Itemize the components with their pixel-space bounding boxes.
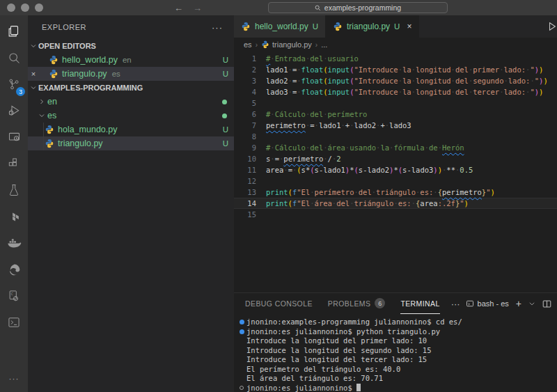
python-icon [49,69,58,79]
python-icon [261,40,269,49]
git-modified-badge: U [223,125,228,134]
code-line-14: 14print(f"El·área·del·triángulo·es:·{are… [234,198,557,209]
edge-icon [7,262,22,280]
file-triangulo.py[interactable]: triangulo.pyU [28,136,234,150]
code-line-1: 1#·Entrada·del·usuario [234,53,557,64]
explorer-actions-button[interactable]: ··· [212,22,223,33]
git-modified-badge: U [223,56,228,64]
activity-item-terminal-tool[interactable] [0,311,28,337]
activity-more-button[interactable]: ··· [0,368,28,389]
file-hola_mundo.py[interactable]: hola_mundo.pyU [28,123,234,136]
file-label: triangulo.py [62,69,107,79]
terminal-line: jnonino:examples-programming juliannonin… [237,317,557,327]
panel-more-button[interactable]: ··· [451,299,460,309]
chevron-down-icon [36,113,47,118]
history-back-icon[interactable]: ← [174,3,183,13]
open-editors-header[interactable]: OPEN EDITORS [28,39,234,53]
activity-item-extensions[interactable] [0,152,28,178]
line-number: 12 [234,175,256,187]
search-value: examples-programming [324,3,401,12]
line-number: 2 [234,64,256,75]
workspace-header[interactable]: EXAMPLES-PROGRAMMING [28,81,234,95]
run-python-file-button[interactable] [547,15,557,38]
minimize-window-button[interactable] [21,3,29,12]
activity-item-edge-tools[interactable] [0,258,28,284]
chevron-right-icon [36,99,47,104]
breadcrumb-item[interactable]: ... [321,40,327,49]
code-line-8: 8 [234,131,557,142]
command-center-search[interactable]: examples-programming [268,2,448,13]
activity-item-cmake[interactable]: C [0,284,28,311]
activity-item-docker[interactable] [0,231,28,258]
activity-item-explorer[interactable] [0,19,28,46]
python-icon [45,125,54,134]
open-editor-hello_world.py[interactable]: hello_world.pyenU [28,53,234,67]
code-editor[interactable]: 1#·Entrada·del·usuario2lado1·=·float(inp… [234,52,557,292]
sidebar-title: EXPLORER [42,23,86,31]
breadcrumb-item[interactable]: triangulo.py [261,40,312,49]
line-number: 9 [234,142,256,153]
titlebar: ← → examples-programming [0,0,557,15]
breadcrumb: es›triangulo.py›... [234,38,557,52]
breadcrumb-item[interactable]: es [244,40,252,49]
maximize-window-button[interactable] [35,3,43,12]
git-modified-badge: U [313,22,318,31]
activity-item-testing[interactable] [0,178,28,205]
terminal-dropdown-button[interactable] [528,300,535,307]
line-number: 1 [234,53,256,64]
line-number: 14 [234,198,256,208]
panel-tab-terminal[interactable]: TERMINAL [400,293,439,314]
git-modified-dot [222,100,227,104]
code-line-15: 15 [234,209,557,220]
line-number: 8 [234,131,256,142]
explorer-sidebar: EXPLORER ··· OPEN EDITORShello_world.pye… [28,15,234,392]
folder-en[interactable]: en [28,95,234,109]
activity-item-source-control[interactable]: 3 [0,72,28,99]
split-terminal-button[interactable] [542,299,551,308]
indent-guide [43,123,44,136]
terminal-output[interactable]: jnonino:examples-programming juliannonin… [234,314,557,392]
panel-tab-problems[interactable]: PROBLEMS6 [328,293,386,314]
activity-item-remote-explorer[interactable] [0,125,28,152]
tab-triangulo.py[interactable]: triangulo.pyU× [326,15,419,38]
command-success-dot [240,320,244,324]
close-icon[interactable]: × [407,22,411,31]
panel-tab-debug-console[interactable]: DEBUG CONSOLE [245,293,313,314]
tab-label: hello_world.py [255,22,308,31]
close-icon[interactable]: × [28,70,39,78]
code-line-11: 11area·=·(s*(s-lado1)*(s-lado2)*(s-lado3… [234,164,557,175]
activity-bar: 3C ··· [0,15,28,392]
chevron-right-icon: › [256,41,258,49]
terminal-line: Introduce la longitud del tercer lado: 1… [237,355,557,365]
code-line-7: 7perimetro·=·lado1·+·lado2·+·lado3 [234,120,557,131]
terminal-line: Introduce la longitud del segundo lado: … [237,346,557,356]
search-icon [315,5,321,11]
bottom-panel: DEBUG CONSOLEPROBLEMS6TERMINAL ··· bash … [234,292,557,392]
close-window-button[interactable] [7,3,15,12]
line-number: 10 [234,153,256,164]
folder-es[interactable]: es [28,109,234,123]
line-number: 6 [234,109,256,120]
line-number: 15 [234,209,256,220]
python-icon [45,139,54,148]
run-debug-icon [7,104,22,121]
activity-item-terraform[interactable] [0,205,28,231]
terminal-instance-selector[interactable]: bash - es [466,299,509,308]
terminal-line: jnonino:es juliannonino$ [237,384,557,392]
activity-item-search[interactable] [0,46,28,72]
tab-hello_world.py[interactable]: hello_world.pyU [234,15,326,38]
open-editors-section: OPEN EDITORShello_world.pyenU×triangulo.… [28,39,234,81]
history-forward-icon[interactable]: → [193,3,202,13]
file-label: triangulo.py [58,139,103,148]
panel-header: DEBUG CONSOLEPROBLEMS6TERMINAL ··· bash … [234,293,557,314]
chevron-down-icon [31,84,36,92]
activity-item-run-and-debug[interactable] [0,99,28,125]
split-panel-icon [542,299,551,308]
terminal-instance-icon [466,299,474,308]
new-terminal-button[interactable]: + [516,298,521,309]
window-controls[interactable] [7,3,43,12]
open-editor-triangulo.py[interactable]: ×triangulo.pyesU [28,67,234,81]
line-number: 4 [234,86,256,97]
git-modified-badge: U [394,22,400,31]
chevron-right-icon: › [315,41,317,49]
